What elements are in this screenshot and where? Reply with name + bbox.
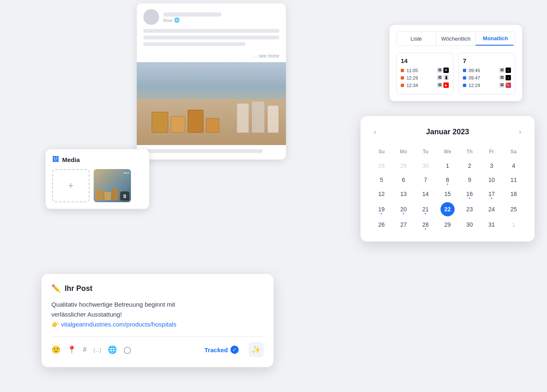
tab-liste[interactable]: Liste <box>397 32 436 46</box>
post-header: Now 🌐 <box>137 3 286 29</box>
sched-dot <box>463 69 466 72</box>
composer-toolbar: 🙂 📍 # {...} 🌐 ◯ Tracked ✓ ✨ <box>51 342 264 357</box>
cal-day[interactable]: 8 <box>446 174 449 186</box>
cal-day-wrapper: 14 <box>414 187 436 201</box>
schedule-date-7: 7 <box>463 57 511 64</box>
media-title-text: Media <box>62 156 80 163</box>
media-delete-button[interactable]: 🗑 <box>120 191 129 201</box>
schedule-item-1229: 12:29 🖼 📱 <box>401 75 449 80</box>
cal-day[interactable]: 30 <box>422 160 429 172</box>
sched-dot <box>463 84 466 87</box>
schedule-item-1234: 12:34 🖼 ▶ <box>401 82 449 88</box>
cal-day[interactable]: 1 <box>446 160 449 172</box>
sched-time: 11:05 <box>407 68 418 73</box>
schedule-item-0947: 09:47 🖼 ♪ <box>463 75 511 80</box>
location-button[interactable]: 📍 <box>67 345 76 354</box>
post-bottom-placeholder <box>143 149 263 153</box>
cal-day-wrapper: 12 <box>370 187 392 201</box>
cal-day[interactable]: 9 <box>468 174 471 186</box>
cal-day[interactable]: 25 <box>511 203 517 215</box>
cal-day[interactable]: 16 <box>466 188 473 200</box>
x-icon: ✕ <box>443 68 449 73</box>
media-upload-button[interactable]: + <box>52 169 90 202</box>
image-icon: 🖼 <box>437 82 442 88</box>
post-image <box>137 62 286 145</box>
cal-day-wrapper: 30 <box>414 159 436 173</box>
composer-link[interactable]: vitalgearindustries.com/products/hospita… <box>61 321 176 328</box>
cal-day[interactable]: 20 <box>400 203 407 215</box>
cal-day[interactable]: 6 <box>402 174 405 186</box>
cal-day[interactable]: 29 <box>444 219 451 230</box>
schedule-col-7: 7 09:45 🖼 ♪ 09:47 🖼 ♪ 12:29 <box>458 53 516 94</box>
composer-divider <box>51 336 264 336</box>
schedule-item-1229b: 12:29 🖼 ◎ <box>463 82 511 88</box>
sched-icons: 🖼 ◎ <box>499 82 511 88</box>
cal-day[interactable]: 5 <box>380 174 383 186</box>
cal-day[interactable]: 15 <box>444 188 451 200</box>
calendar-grid: Su Mo Tu We Th Fr Sa 28 29 30 1 2 3 4 5 … <box>370 146 525 232</box>
cal-day-wrapper: 18 <box>503 187 525 201</box>
cal-day-wrapper: 10 <box>481 173 503 187</box>
cal-day[interactable]: 29 <box>400 160 407 172</box>
tab-woechentlich[interactable]: Wöchentlich <box>436 32 476 46</box>
schedule-col-14: 14 11:05 🖼 ✕ 12:29 🖼 📱 12:34 <box>396 53 453 94</box>
cal-day[interactable]: 24 <box>488 203 495 215</box>
cal-day-wrapper: 1 <box>503 218 525 232</box>
media-card: 🖼 Media + ••• 🗑 <box>46 149 149 209</box>
cal-day-today[interactable]: 22 <box>441 202 455 216</box>
schedule-tabs-card: Liste Wöchentlich Monatlich 14 11:05 🖼 ✕… <box>390 25 522 101</box>
cal-day[interactable]: 2 <box>468 160 471 172</box>
cal-day-wrapper: 3 <box>481 159 503 173</box>
cal-day[interactable]: 11 <box>511 174 517 186</box>
warehouse-image <box>137 62 286 145</box>
mention-button[interactable]: ◯ <box>123 346 131 354</box>
magic-button[interactable]: ✨ <box>249 342 264 357</box>
instagram-icon: ◎ <box>506 82 511 88</box>
cal-day[interactable]: 12 <box>378 188 385 200</box>
prev-month-button[interactable]: ‹ <box>370 126 380 138</box>
social-post-card: Now 🌐 ... see more <box>137 3 286 160</box>
post-timestamp: Now 🌐 <box>163 19 192 22</box>
cal-day[interactable]: 31 <box>488 219 495 230</box>
cal-day[interactable]: 1 <box>512 219 516 230</box>
schedule-columns: 14 11:05 🖼 ✕ 12:29 🖼 📱 12:34 <box>396 53 516 94</box>
emoji-button[interactable]: 🙂 <box>51 345 61 354</box>
cal-day[interactable]: 7 <box>424 174 427 186</box>
text-line-2 <box>143 36 279 39</box>
cal-day[interactable]: 28 <box>378 160 385 172</box>
tracked-badge: Tracked ✓ <box>204 346 239 354</box>
cal-day-wrapper: 7 <box>414 173 436 187</box>
cal-day-wrapper: 28 <box>370 159 392 173</box>
cal-day[interactable]: 18 <box>511 188 517 200</box>
cal-day[interactable]: 27 <box>400 219 407 230</box>
cal-day[interactable]: 13 <box>400 188 407 200</box>
cal-day[interactable]: 3 <box>490 160 493 172</box>
avatar <box>143 9 159 25</box>
cal-day[interactable]: 4 <box>512 160 516 172</box>
cal-header-th: Th <box>459 146 481 159</box>
cal-day[interactable]: 30 <box>466 219 473 230</box>
cal-day[interactable]: 23 <box>466 203 473 215</box>
cal-day[interactable]: 17 <box>488 188 495 200</box>
cal-day-wrapper: 21 <box>414 201 436 218</box>
tabs-row[interactable]: Liste Wöchentlich Monatlich <box>396 31 516 46</box>
cal-day[interactable]: 28 <box>422 219 429 230</box>
schedule-item-1105: 11:05 🖼 ✕ <box>401 68 449 73</box>
tiktok-icon: ♪ <box>506 68 511 73</box>
cal-day[interactable]: 10 <box>488 174 495 186</box>
code-button[interactable]: {...} <box>93 347 102 353</box>
tiktok-icon: ♪ <box>506 75 511 80</box>
cal-day[interactable]: 26 <box>378 219 385 230</box>
hashtag-button[interactable]: # <box>83 346 87 353</box>
globe-button[interactable]: 🌐 <box>108 345 117 354</box>
next-month-button[interactable]: › <box>516 126 525 138</box>
media-card-title: 🖼 Media <box>52 156 143 163</box>
cal-day[interactable]: 21 <box>422 203 429 215</box>
cal-header-mo: Mo <box>392 146 414 159</box>
cal-day-wrapper: 1 <box>436 159 458 173</box>
see-more-link[interactable]: ... see more <box>137 53 286 62</box>
cal-day[interactable]: 19 <box>378 203 385 215</box>
cal-day-wrapper: 20 <box>392 201 414 218</box>
cal-day[interactable]: 14 <box>422 188 429 200</box>
tab-monatlich[interactable]: Monatlich <box>476 32 515 46</box>
